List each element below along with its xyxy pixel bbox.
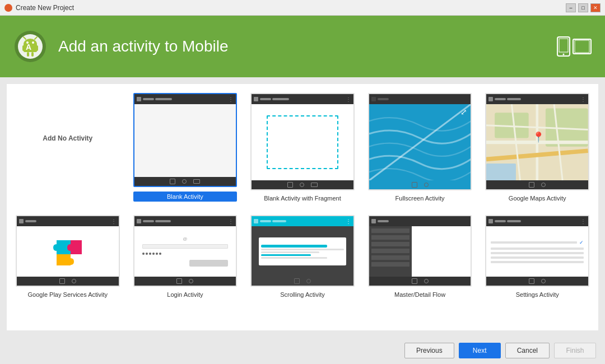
fullscreen-preview: ⤢ bbox=[368, 93, 472, 190]
svg-point-5 bbox=[32, 41, 34, 44]
activity-card-fragment[interactable]: ⋮ Blank Activity with Fragment bbox=[248, 91, 357, 204]
svg-rect-17 bbox=[575, 40, 589, 53]
settings-label: Settings Activity bbox=[516, 291, 559, 298]
activity-card-login[interactable]: ⋮ @ bbox=[131, 213, 240, 300]
svg-rect-11 bbox=[31, 52, 34, 57]
maximize-button[interactable]: □ bbox=[578, 3, 588, 12]
main-content: Add No Activity ⋮ bbox=[0, 77, 605, 337]
svg-rect-28 bbox=[486, 164, 516, 180]
page-title: Add an activity to Mobile bbox=[58, 38, 557, 55]
android-studio-logo: A bbox=[13, 30, 47, 63]
scroll-preview: ⋮ bbox=[250, 215, 355, 287]
svg-rect-14 bbox=[559, 39, 568, 52]
svg-rect-9 bbox=[36, 45, 38, 51]
app-icon bbox=[4, 4, 12, 12]
svg-rect-16 bbox=[573, 39, 591, 54]
settings-preview: ⋮ ✓ bbox=[485, 215, 589, 287]
scroll-label: Scrolling Activity bbox=[280, 291, 324, 298]
activity-card-scroll[interactable]: ⋮ Scrolling Activity bbox=[248, 213, 357, 300]
activity-card-play[interactable]: ⋮ Google Play Services Activity bbox=[13, 213, 122, 300]
app-header: A Add an activity to Mobile bbox=[0, 16, 605, 77]
svg-point-15 bbox=[563, 54, 565, 55]
next-button[interactable]: Next bbox=[459, 343, 501, 358]
blank-activity-label: Blank Activity bbox=[133, 192, 238, 202]
activity-grid: Add No Activity ⋮ bbox=[7, 84, 598, 330]
fullscreen-label: Fullscreen Activity bbox=[395, 195, 445, 202]
blank-activity-preview: ⋮ bbox=[133, 93, 238, 187]
login-label: Login Activity bbox=[167, 291, 203, 298]
fragment-label: Blank Activity with Fragment bbox=[264, 195, 341, 202]
blank-phone-top: ⋮ bbox=[134, 94, 236, 104]
svg-rect-8 bbox=[22, 45, 25, 51]
maps-label: Google Maps Activity bbox=[509, 195, 566, 202]
master-label: Master/Detail Flow bbox=[394, 291, 445, 298]
window-controls: – □ ✕ bbox=[566, 3, 601, 12]
svg-rect-10 bbox=[27, 52, 29, 57]
bottom-bar: Previous Next Cancel Finish bbox=[0, 337, 605, 364]
maps-preview: ⋮ bbox=[485, 93, 589, 190]
activity-card-maps[interactable]: ⋮ bbox=[483, 91, 592, 204]
play-label: Google Play Services Activity bbox=[28, 291, 108, 298]
svg-line-18 bbox=[369, 104, 471, 180]
master-preview bbox=[368, 215, 472, 287]
activity-card-add-no-activity[interactable]: Add No Activity bbox=[13, 91, 122, 186]
svg-text:A: A bbox=[26, 43, 31, 52]
play-preview: ⋮ bbox=[16, 215, 120, 287]
previous-button[interactable]: Previous bbox=[404, 343, 454, 358]
tablet-icon bbox=[573, 39, 592, 54]
login-preview: ⋮ @ bbox=[133, 215, 238, 287]
close-button[interactable]: ✕ bbox=[590, 3, 601, 12]
fragment-preview: ⋮ bbox=[250, 93, 355, 190]
activity-card-blank[interactable]: ⋮ Blank Activity bbox=[131, 91, 240, 204]
title-bar: Create New Project – □ ✕ bbox=[0, 0, 605, 16]
phone-icon bbox=[557, 36, 570, 57]
activity-card-settings[interactable]: ⋮ ✓ bbox=[483, 213, 592, 300]
finish-button: Finish bbox=[554, 343, 596, 358]
add-no-activity-label: Add No Activity bbox=[43, 134, 92, 142]
activity-card-fullscreen[interactable]: ⤢ Fullscreen Activity bbox=[366, 91, 474, 204]
cancel-button[interactable]: Cancel bbox=[505, 343, 550, 358]
window-title: Create New Project bbox=[16, 4, 566, 12]
minimize-button[interactable]: – bbox=[566, 3, 576, 12]
activity-card-master[interactable]: Master/Detail Flow bbox=[366, 213, 474, 300]
